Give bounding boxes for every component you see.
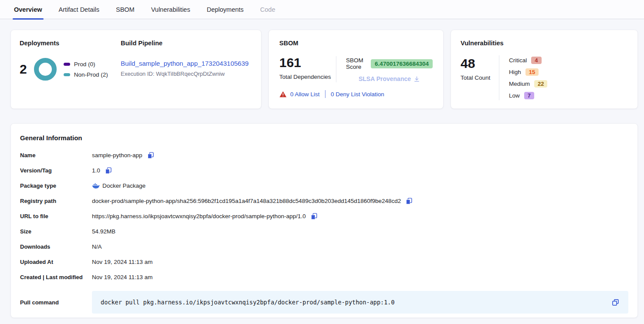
- row-package-type: Package type Docker Package: [20, 178, 628, 193]
- nonprod-swatch: [64, 73, 70, 76]
- pipeline-link[interactable]: Build_sample_python_app_1732043105639: [121, 60, 249, 67]
- deployments-total: 2: [20, 63, 27, 76]
- pull-command-box: docker pull pkg.harness.io/ikpsjoavtcwxn…: [92, 291, 628, 314]
- registry-path-value: docker-prod/sample-python-app/sha256:596…: [92, 198, 401, 204]
- legend-item-prod: Prod (0): [64, 61, 108, 68]
- low-label: Low: [509, 92, 520, 99]
- warning-icon: [279, 91, 287, 98]
- row-size: Size 54.92MB: [20, 224, 628, 239]
- created-modified-value: Nov 19, 2024 11:13 am: [92, 274, 153, 280]
- execution-id: Execution ID: WqkTiIbBRqecQrpDtZwniw: [121, 71, 249, 77]
- low-count-badge: 7: [524, 92, 534, 99]
- vulnerabilities-total-label: Total Count: [461, 74, 499, 81]
- uploaded-at-value: Nov 19, 2024 11:13 am: [92, 259, 153, 265]
- severity-row-medium: Medium 22: [509, 79, 547, 88]
- row-downloads: Downloads N/A: [20, 239, 628, 254]
- row-pull-command: Pull command docker pull pkg.harness.io/…: [20, 291, 628, 314]
- slsa-provenance-label: SLSA Provenance: [359, 75, 411, 82]
- docker-icon: [92, 183, 100, 189]
- nonprod-label: Non-Prod (2): [74, 71, 108, 78]
- tab-bar: Overview Artifact Details SBOM Vulnerabi…: [0, 0, 644, 19]
- registry-path-label: Registry path: [20, 198, 92, 204]
- row-uploaded-at: Uploaded At Nov 19, 2024 11:13 am: [20, 254, 628, 270]
- url-to-file-label: URL to file: [20, 213, 92, 219]
- severity-list: Critical 4 High 15 Medium 22 Low 7: [499, 55, 547, 100]
- package-type-label: Package type: [20, 182, 92, 189]
- deployments-donut-chart: [34, 58, 57, 81]
- download-icon: [414, 76, 420, 82]
- row-registry-path: Registry path docker-prod/sample-python-…: [20, 193, 628, 209]
- critical-count-badge: 4: [531, 57, 541, 64]
- copy-registry-path-button[interactable]: [405, 197, 413, 205]
- high-label: High: [509, 69, 521, 75]
- deployments-legend: Prod (0) Non-Prod (2): [64, 61, 108, 78]
- size-label: Size: [20, 228, 92, 235]
- copy-pull-command-button[interactable]: [611, 298, 620, 307]
- deployments-card-title: Deployments: [20, 40, 121, 47]
- tab-sbom[interactable]: SBOM: [116, 0, 135, 19]
- tab-vulnerabilities[interactable]: Vulnerabilities: [151, 0, 190, 19]
- medium-count-badge: 22: [534, 80, 547, 88]
- name-value: sample-python-app: [92, 152, 142, 159]
- severity-row-critical: Critical 4: [509, 55, 547, 65]
- copy-url-button[interactable]: [310, 213, 318, 220]
- row-created-modified: Created | Last modified Nov 19, 2024 11:…: [20, 270, 628, 285]
- row-version-tag: Version/Tag 1.0: [20, 163, 628, 178]
- sbom-total-label: Total Dependencies: [279, 74, 336, 80]
- medium-label: Medium: [509, 81, 530, 87]
- pull-command-value: docker pull pkg.harness.io/ikpsjoavtcwxn…: [101, 299, 606, 306]
- critical-label: Critical: [509, 57, 527, 64]
- pull-command-label: Pull command: [20, 299, 92, 306]
- name-label: Name: [20, 152, 92, 159]
- vulnerabilities-card-title: Vulnerabilities: [461, 40, 628, 47]
- tab-artifact-details[interactable]: Artifact Details: [59, 0, 99, 19]
- vulnerabilities-total: 48: [461, 57, 499, 70]
- tab-deployments[interactable]: Deployments: [207, 0, 244, 19]
- severity-row-high: High 15: [509, 67, 547, 77]
- copy-name-button[interactable]: [147, 152, 154, 159]
- build-pipeline-title: Build Pipeline: [121, 40, 249, 47]
- version-tag-label: Version/Tag: [20, 167, 92, 174]
- sbom-score-badge: 6.470017636684304: [371, 59, 433, 68]
- general-information-card: General Information Name sample-python-a…: [10, 123, 638, 318]
- vulnerabilities-card: Vulnerabilities 48 Total Count Critical …: [451, 30, 638, 109]
- legend-item-nonprod: Non-Prod (2): [64, 71, 108, 78]
- deny-list-link[interactable]: 0 Deny List Violation: [331, 91, 384, 98]
- sbom-score-label: SBOM Score: [346, 57, 366, 70]
- tab-overview[interactable]: Overview: [14, 0, 42, 19]
- prod-label: Prod (0): [74, 61, 95, 68]
- sbom-card-title: SBOM: [279, 40, 433, 47]
- sbom-card: SBOM 161 Total Dependencies SBOM Score 6…: [268, 30, 444, 109]
- url-to-file-value: https://pkg.harness.io/ikpsjoavtcwxnqisy…: [92, 213, 306, 219]
- general-information-title: General Information: [20, 134, 628, 142]
- high-count-badge: 15: [525, 68, 539, 76]
- sbom-total: 161: [279, 56, 336, 69]
- row-url-to-file: URL to file https://pkg.harness.io/ikpsj…: [20, 209, 628, 224]
- size-value: 54.92MB: [92, 228, 115, 235]
- downloads-label: Downloads: [20, 243, 92, 250]
- tab-code: Code: [260, 0, 275, 19]
- severity-row-low: Low 7: [509, 91, 547, 100]
- package-type-value: Docker Package: [102, 182, 146, 189]
- created-modified-label: Created | Last modified: [20, 274, 92, 280]
- row-name: Name sample-python-app: [20, 148, 628, 163]
- uploaded-at-label: Uploaded At: [20, 259, 92, 265]
- version-tag-value: 1.0: [92, 167, 100, 174]
- deployments-card: Deployments 2 Prod (0) Non-Prod (2): [10, 30, 261, 109]
- slsa-provenance-link[interactable]: SLSA Provenance: [346, 75, 433, 82]
- list-separator: [325, 90, 326, 98]
- prod-swatch: [64, 63, 70, 66]
- downloads-value: N/A: [92, 243, 102, 250]
- artifact-overview-page: Overview Artifact Details SBOM Vulnerabi…: [0, 0, 644, 324]
- allow-list-link[interactable]: 0 Allow List: [290, 91, 320, 98]
- copy-version-button[interactable]: [105, 167, 112, 174]
